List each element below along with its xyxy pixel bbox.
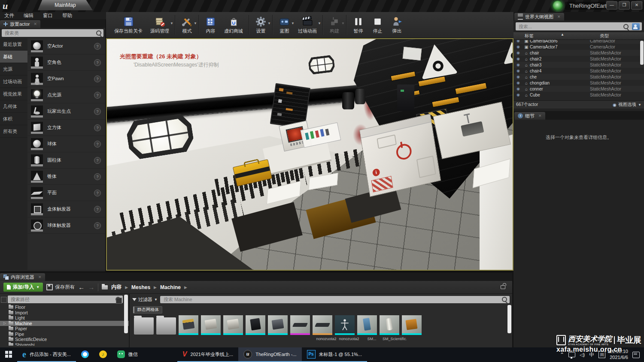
visibility-eye-icon[interactable]: ◉ (513, 40, 523, 43)
list-view-icon[interactable] (116, 298, 122, 304)
taskbar-unreal[interactable]: uTheRingOfEarth -... (238, 347, 301, 362)
ime-language[interactable]: 中 (589, 351, 594, 359)
tree-folder-pipe[interactable]: Pipe (0, 332, 129, 337)
help-icon[interactable]: ? (94, 43, 101, 50)
tree-folder-paper[interactable]: Paper (0, 326, 129, 332)
menu-help[interactable]: 帮助 (62, 12, 72, 19)
filters-button[interactable]: 过滤器 ▼ (132, 296, 158, 303)
category-recent[interactable]: 最近放置 (0, 38, 27, 51)
stop-button[interactable]: 停止 (368, 13, 387, 37)
outliner-row[interactable]: ◉⌂chairStaticMeshActor (513, 50, 644, 56)
dropdown-caret-icon[interactable]: ▼ (170, 21, 173, 25)
asset-search-input[interactable] (163, 296, 499, 302)
marketplace-button[interactable]: 虚幻商城 (220, 13, 247, 37)
outliner-header[interactable]: 标签 ▲ 类型 (513, 32, 644, 40)
outliner-row[interactable]: ◉⌂chongdianStaticMeshActor (513, 80, 644, 86)
asset-static-mesh[interactable] (402, 315, 422, 335)
menu-file[interactable]: 文件 (4, 12, 14, 19)
outliner-row[interactable]: ◉⌂CubeStaticMeshActor (513, 92, 644, 98)
help-icon[interactable]: ? (94, 141, 101, 148)
category-visual-effects[interactable]: 视觉效果 (0, 88, 27, 100)
path-search[interactable] (8, 296, 123, 303)
asset-static-mesh[interactable] (313, 315, 332, 335)
network-icon[interactable] (568, 352, 575, 357)
tray-expand-icon[interactable]: ⌃ (560, 352, 564, 358)
asset-static-mesh[interactable] (223, 315, 243, 335)
category-lights[interactable]: 光源 (0, 63, 27, 75)
asset-scrollbar[interactable] (507, 305, 511, 333)
place-item-cube[interactable]: 立方体? (27, 120, 105, 136)
level-tab-mainmap[interactable]: MainMap (38, 0, 93, 10)
visibility-eye-icon[interactable]: ◉ (513, 57, 523, 61)
blueprints-button[interactable]: 蓝图 ▼ (275, 13, 294, 37)
help-icon[interactable]: ? (94, 92, 101, 99)
ime-mode-icon[interactable]: 田 (598, 351, 605, 358)
cinematics-button[interactable]: 过场动画 ▼ (294, 13, 321, 37)
expand-arrow-icon[interactable]: ▷ (3, 321, 6, 325)
asset-static-mesh[interactable] (357, 315, 377, 335)
outliner-row[interactable]: ◉⌂cheStaticMeshActor (513, 74, 644, 80)
path-search-input[interactable] (10, 296, 113, 302)
asset-folder[interactable] (156, 317, 176, 335)
outliner-scrollbar[interactable] (640, 41, 644, 65)
help-icon[interactable]: ? (94, 108, 101, 115)
column-type[interactable]: 类型 (600, 32, 644, 39)
asset-search[interactable] (160, 296, 510, 303)
visibility-eye-icon[interactable]: ◉ (513, 81, 523, 85)
place-item-cone[interactable]: 锥体? (27, 169, 105, 185)
category-all-classes[interactable]: 所有类 (0, 125, 27, 138)
speaker-icon[interactable]: ◁) (580, 352, 585, 358)
asset-static-mesh[interactable] (380, 315, 399, 335)
place-item-empty-pawn[interactable]: 空Pawn? (27, 71, 105, 87)
place-item-point-light[interactable]: 点光源? (27, 87, 105, 103)
outliner-view-options[interactable]: ◉视图选项▼ (613, 102, 641, 108)
sort-arrow-icon[interactable]: ▲ (561, 33, 564, 36)
modes-button[interactable]: 模式 ▼ (177, 13, 197, 37)
category-cinematic[interactable]: 过场动画 (0, 75, 27, 88)
visibility-eye-icon[interactable]: ◉ (513, 69, 523, 73)
outliner-row[interactable]: ◉▣CameraActor7CameraActor (513, 44, 644, 50)
outliner-row[interactable]: ◉⌂connerStaticMeshActor (513, 86, 644, 92)
taskbar-photoshop[interactable]: Ps未标题-1 @ 55.1%... (302, 347, 367, 362)
place-item-cylinder[interactable]: 圆柱体? (27, 152, 105, 169)
visibility-eye-icon[interactable]: ◉ (513, 87, 523, 91)
tab-content-browser[interactable]: 内容浏览器 ✕ (0, 273, 45, 281)
asset-skeletal-mesh[interactable] (335, 315, 355, 335)
save-all-button[interactable]: 保存所有 (46, 284, 75, 290)
tab-details[interactable]: i 细节 ✕ (514, 112, 545, 120)
taskbar-qq-browser[interactable] (76, 347, 94, 362)
tree-folder-import[interactable]: Import (0, 310, 129, 316)
3d-viewport[interactable]: i 光照需要重建（26 未构建 对象） 'DisableAllScreenMes… (106, 38, 513, 271)
help-icon[interactable]: ? (94, 157, 101, 164)
place-item-box-trigger[interactable]: 盒体触发器? (27, 201, 105, 217)
outliner-search[interactable] (516, 22, 642, 30)
add-import-button[interactable]: 添加/导入 ▼ (3, 283, 43, 292)
tab-close-icon[interactable]: ✕ (33, 22, 37, 26)
outliner-row[interactable]: ◉⌂chair3StaticMeshActor (513, 62, 644, 68)
clock[interactable]: 22:28:10 2021/6/6 (610, 349, 628, 361)
place-item-empty-character[interactable]: 空角色? (27, 54, 105, 71)
place-item-player-start[interactable]: 玩家出生点? (27, 103, 105, 120)
tree-folder-light[interactable]: Light (0, 315, 129, 321)
tab-world-outliner[interactable]: 世界大纲视图 ✕ (514, 13, 564, 21)
asset-folder[interactable] (134, 317, 154, 335)
dropdown-caret-icon[interactable]: ▼ (267, 21, 271, 25)
help-icon[interactable]: ? (94, 222, 101, 229)
place-item-empty-actor[interactable]: 空Actor? (27, 38, 105, 54)
category-geometry[interactable]: 几何体 (0, 100, 27, 113)
tree-folder-floor[interactable]: Floor (0, 305, 129, 310)
menu-edit[interactable]: 编辑 (24, 12, 33, 19)
place-search-input[interactable] (4, 30, 94, 36)
asset-static-mesh[interactable] (246, 315, 265, 335)
settings-button[interactable]: 设置 ▼ (251, 13, 270, 37)
dropdown-caret-icon[interactable]: ▼ (194, 21, 197, 25)
pause-button[interactable]: 暂停 (349, 13, 368, 37)
taskbar-music[interactable]: ♪ (94, 347, 112, 362)
visibility-eye-icon[interactable]: ◉ (513, 51, 523, 55)
dropdown-caret-icon[interactable]: ▼ (318, 21, 321, 25)
outliner-row[interactable]: ◉⌂chair2StaticMeshActor (513, 56, 644, 62)
taskbar-edge[interactable]: e作品添加 - 西安美... (17, 347, 76, 362)
notification-center-icon[interactable] (632, 352, 640, 358)
visibility-eye-icon[interactable]: ◉ (513, 75, 523, 79)
outliner-row[interactable]: ◉⌂chair4StaticMeshActor (513, 68, 644, 74)
